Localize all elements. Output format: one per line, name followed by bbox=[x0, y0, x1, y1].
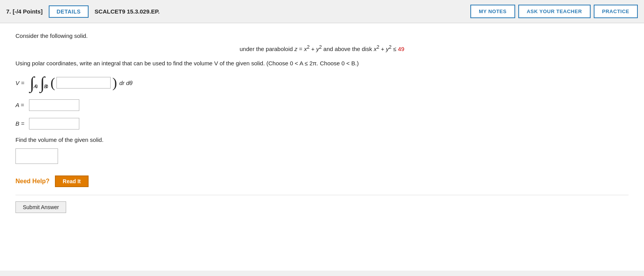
question-label: 7. [-/4 Points] bbox=[6, 8, 43, 15]
find-volume-text: Find the volume of the given solid. bbox=[15, 136, 629, 143]
a-label: A = bbox=[15, 102, 25, 108]
read-it-button[interactable]: Read It bbox=[55, 175, 89, 187]
dr-dtheta-label: dr dθ bbox=[119, 80, 132, 86]
a-row: A = bbox=[15, 99, 629, 111]
v-label: V = bbox=[15, 80, 24, 86]
double-integral: ∫ A 0 ∫ B 0 ( ) dr dθ bbox=[30, 76, 132, 90]
open-paren: ( bbox=[50, 76, 55, 90]
a-input[interactable] bbox=[29, 99, 79, 111]
paraboloid-number: 49 bbox=[398, 46, 405, 52]
integral-lower-2: 0 bbox=[46, 84, 48, 89]
my-notes-button[interactable]: MY NOTES bbox=[470, 5, 515, 18]
problem-code: SCALCET9 15.3.029.EP. bbox=[95, 8, 464, 15]
volume-answer-input[interactable] bbox=[15, 148, 58, 164]
practice-button[interactable]: PRACTICE bbox=[594, 5, 638, 18]
details-button[interactable]: DETAILS bbox=[49, 5, 88, 18]
b-label: B = bbox=[15, 120, 25, 127]
paraboloid-description: under the paraboloid z = x2 + y2 and abo… bbox=[15, 44, 629, 52]
instructions-text: Using polar coordinates, write an integr… bbox=[15, 59, 629, 68]
close-paren: ) bbox=[112, 76, 117, 90]
integrand-input[interactable] bbox=[56, 77, 111, 89]
b-input[interactable] bbox=[29, 118, 79, 129]
integral-lower-1: 0 bbox=[35, 84, 38, 89]
submit-answer-button[interactable]: Submit Answer bbox=[15, 201, 66, 213]
header-bar: 7. [-/4 Points] DETAILS SCALCET9 15.3.02… bbox=[0, 0, 644, 23]
integral-row: V = ∫ A 0 ∫ B 0 ( bbox=[15, 76, 629, 90]
ask-teacher-button[interactable]: ASK YOUR TEACHER bbox=[518, 5, 591, 18]
consider-text: Consider the following solid. bbox=[15, 32, 629, 39]
b-row: B = bbox=[15, 118, 629, 129]
header-buttons: MY NOTES ASK YOUR TEACHER PRACTICE bbox=[470, 5, 638, 18]
main-content: Consider the following solid. under the … bbox=[0, 23, 644, 271]
submit-row: Submit Answer bbox=[15, 195, 629, 221]
need-help-row: Need Help? Read It bbox=[15, 175, 629, 187]
need-help-label: Need Help? bbox=[15, 178, 50, 185]
